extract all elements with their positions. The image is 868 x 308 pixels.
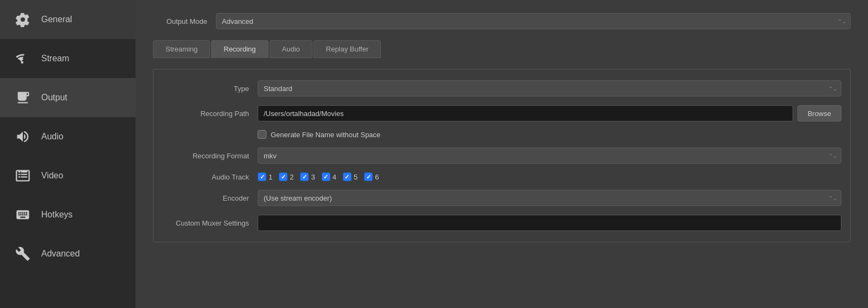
sidebar-item-general-label: General: [41, 15, 72, 24]
output-mode-select[interactable]: Simple Advanced: [216, 13, 851, 29]
track-2-checkbox[interactable]: [279, 172, 288, 181]
sidebar: General Stream Output Audio: [0, 0, 136, 308]
recording-path-label: Recording Path: [162, 110, 249, 118]
tabs: Streaming Recording Audio Replay Buffer: [153, 40, 851, 58]
type-row: Type Standard FFmpeg output Custom outpu…: [162, 80, 841, 97]
browse-button[interactable]: Browse: [797, 105, 841, 121]
sidebar-item-advanced-label: Advanced: [41, 249, 80, 259]
sidebar-item-hotkeys[interactable]: Hotkeys: [0, 195, 136, 234]
tab-audio[interactable]: Audio: [270, 40, 312, 58]
tab-recording[interactable]: Recording: [211, 40, 268, 58]
encoder-row: Encoder (Use stream encoder) x264 NVENC …: [162, 190, 841, 206]
encoder-control: (Use stream encoder) x264 NVENC H.264 ⌃⌄: [258, 190, 841, 206]
sidebar-item-stream[interactable]: Stream: [0, 39, 136, 78]
advanced-icon: [13, 244, 33, 264]
track-6-checkbox[interactable]: [364, 172, 373, 181]
sidebar-item-general[interactable]: General: [0, 0, 136, 39]
custom-muxer-input[interactable]: [258, 215, 841, 231]
audio-track-label: Audio Track: [162, 173, 249, 181]
sidebar-item-audio-label: Audio: [41, 132, 63, 142]
recording-format-control: mkv mp4 mov flv ts m3u8 fmp4 ⌃⌄: [258, 147, 841, 164]
tab-replay-buffer[interactable]: Replay Buffer: [314, 40, 381, 58]
stream-icon: [13, 49, 33, 68]
sidebar-item-stream-label: Stream: [41, 54, 69, 63]
audio-tracks: 1 2 3 4 5: [258, 172, 379, 181]
track-5: 5: [343, 172, 358, 181]
sidebar-item-hotkeys-label: Hotkeys: [41, 210, 73, 220]
sidebar-item-output[interactable]: Output: [0, 78, 136, 117]
track-6: 6: [364, 172, 379, 181]
sidebar-item-video-label: Video: [41, 171, 63, 181]
recording-path-control: Browse: [258, 105, 841, 121]
hotkeys-icon: [13, 205, 33, 224]
track-1: 1: [258, 172, 272, 181]
track-3: 3: [300, 172, 315, 181]
sidebar-item-video[interactable]: Video: [0, 156, 136, 195]
track-4-label: 4: [333, 173, 336, 181]
recording-path-input[interactable]: [258, 105, 793, 121]
encoder-select[interactable]: (Use stream encoder) x264 NVENC H.264: [258, 190, 841, 206]
track-5-label: 5: [354, 173, 358, 181]
audio-track-control: 1 2 3 4 5: [258, 172, 841, 181]
type-label: Type: [162, 85, 249, 93]
encoder-select-wrapper: (Use stream encoder) x264 NVENC H.264 ⌃⌄: [258, 190, 841, 206]
type-select-wrapper: Standard FFmpeg output Custom output (FF…: [258, 80, 841, 97]
generate-filename-row: Generate File Name without Space: [162, 130, 841, 139]
sidebar-item-audio[interactable]: Audio: [0, 117, 136, 156]
output-mode-row: Output Mode Simple Advanced ⌃⌄: [153, 13, 851, 29]
track-2-label: 2: [290, 173, 293, 181]
custom-muxer-label: Custom Muxer Settings: [162, 219, 249, 227]
output-mode-select-wrapper: Simple Advanced ⌃⌄: [216, 13, 851, 29]
video-icon: [13, 166, 33, 185]
custom-muxer-control: [258, 215, 841, 231]
main-content: Output Mode Simple Advanced ⌃⌄ Streaming…: [136, 0, 868, 308]
recording-format-select[interactable]: mkv mp4 mov flv ts m3u8 fmp4: [258, 147, 841, 164]
track-2: 2: [279, 172, 293, 181]
track-1-label: 1: [269, 173, 272, 181]
encoder-label: Encoder: [162, 194, 249, 202]
recording-format-row: Recording Format mkv mp4 mov flv ts m3u8…: [162, 147, 841, 164]
type-control: Standard FFmpeg output Custom output (FF…: [258, 80, 841, 97]
track-3-checkbox[interactable]: [300, 172, 309, 181]
tab-content: Type Standard FFmpeg output Custom outpu…: [153, 69, 851, 242]
track-3-label: 3: [311, 173, 315, 181]
recording-format-label: Recording Format: [162, 152, 249, 160]
audio-icon: [13, 127, 33, 146]
audio-track-row: Audio Track 1 2 3: [162, 172, 841, 181]
track-1-checkbox[interactable]: [258, 172, 266, 181]
type-select[interactable]: Standard FFmpeg output Custom output (FF…: [258, 80, 841, 97]
gear-icon: [13, 10, 33, 29]
recording-path-row: Recording Path Browse: [162, 105, 841, 121]
tab-streaming[interactable]: Streaming: [153, 40, 210, 58]
generate-filename-label: Generate File Name without Space: [271, 131, 380, 139]
output-mode-label: Output Mode: [153, 17, 207, 25]
recording-format-select-wrapper: mkv mp4 mov flv ts m3u8 fmp4 ⌃⌄: [258, 147, 841, 164]
track-4: 4: [322, 172, 336, 181]
sidebar-item-output-label: Output: [41, 93, 67, 102]
track-6-label: 6: [375, 173, 379, 181]
generate-filename-checkbox[interactable]: [258, 130, 266, 139]
track-5-checkbox[interactable]: [343, 172, 352, 181]
sidebar-item-advanced[interactable]: Advanced: [0, 234, 136, 273]
output-icon: [13, 88, 33, 107]
track-4-checkbox[interactable]: [322, 172, 330, 181]
custom-muxer-row: Custom Muxer Settings: [162, 215, 841, 231]
